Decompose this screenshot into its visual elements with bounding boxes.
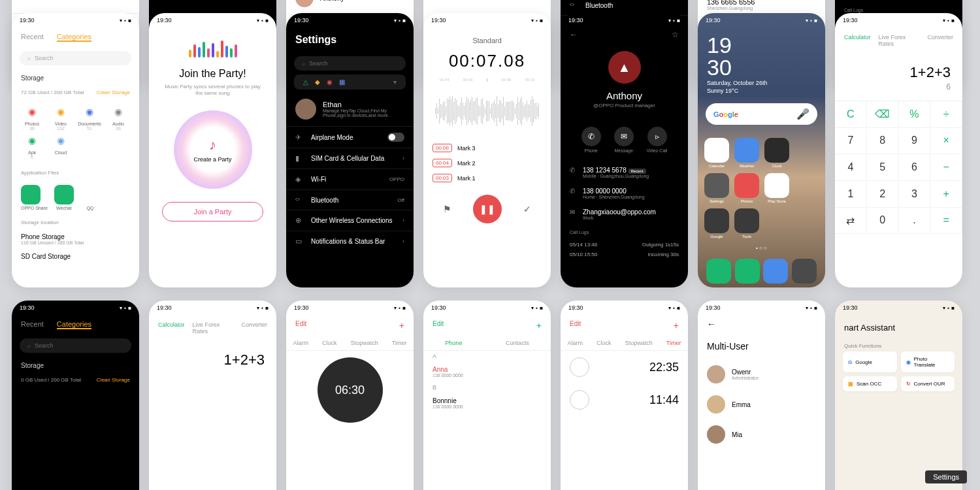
category-documents[interactable]: ◉Documents51 (76, 103, 103, 131)
app-weather[interactable]: Weather (734, 138, 759, 168)
action-phone[interactable]: ✆Phone (581, 127, 601, 153)
calc-key-5[interactable]: 5 (867, 154, 899, 181)
tab-alarm[interactable]: Alarm (568, 340, 583, 346)
dock-app[interactable] (763, 259, 788, 284)
category-audio[interactable]: ◉Audio38 (105, 103, 132, 131)
tab-converter[interactable]: Converter (927, 34, 953, 47)
clean-storage[interactable]: Clean Storage (97, 90, 130, 95)
calc-key-7[interactable]: 7 (835, 128, 867, 155)
settings-pill[interactable]: Settings (925, 470, 967, 483)
edit-button[interactable]: Edit (433, 320, 444, 331)
calc-key-+[interactable]: + (930, 181, 962, 208)
pause-button[interactable]: ❚❚ (473, 195, 502, 223)
setting-notifications---status-bar[interactable]: ▭Notifications & Status Bar› (286, 231, 414, 252)
app-qq[interactable]: QQ (80, 185, 100, 210)
app-tools[interactable]: Tools (734, 208, 759, 238)
calc-key-=[interactable]: = (930, 208, 962, 235)
setting-other-wireless-connections[interactable]: ⊕Other Wireless Connections› (286, 210, 414, 231)
tab-recent[interactable]: Recent (21, 320, 44, 329)
toggle[interactable] (387, 133, 404, 142)
phone-row[interactable]: ✆138 1234 5678 RecentMobile · Guangzhou,… (561, 162, 688, 183)
flag-button[interactable]: ⚑ (443, 204, 451, 214)
user-row[interactable]: Emma (698, 389, 825, 419)
setting-airplane-mode[interactable]: ✈Airplane Mode (286, 126, 414, 148)
category-video[interactable]: ◉Video132 (47, 103, 74, 131)
contact-item[interactable]: Anna138 0000 0000 (423, 361, 551, 382)
google-search[interactable]: Google🎤 (706, 103, 817, 125)
setting-wi-fi[interactable]: ◈Wi-FiOPPO (286, 169, 414, 189)
app-google[interactable]: Google (704, 208, 729, 238)
user-row[interactable]: Mia (698, 419, 825, 449)
clean-storage[interactable]: Clean Storage (97, 377, 130, 383)
calc-key-C[interactable]: C (835, 101, 867, 128)
tab-calculator[interactable]: Calculator (844, 34, 871, 47)
calc-key-.[interactable]: . (899, 208, 931, 235)
calc-key-1[interactable]: 1 (835, 181, 867, 208)
calc-key-3[interactable]: 3 (899, 181, 931, 208)
mic-icon[interactable]: 🎤 (796, 108, 809, 120)
profile-row[interactable]: EthanManage HeyTap Cloud,Find My Phone,s… (286, 92, 414, 126)
calc-key-−[interactable]: − (930, 154, 962, 181)
search-input[interactable]: ⌕Search (20, 51, 131, 65)
email-row[interactable]: ✉Zhangxiaoou@oppo.comWork (561, 204, 688, 225)
quick-icons[interactable]: △◆◉▦▾ (294, 74, 406, 90)
clock-row[interactable]: 22:35 (561, 351, 688, 384)
tab-stopwatch[interactable]: Stopwatch (351, 340, 378, 346)
tab-forex[interactable]: Live Forex Rates (879, 34, 920, 47)
setting-bluetooth[interactable]: ⌔BluetoothOff (286, 189, 414, 210)
app-calendar[interactable]: Calendar (704, 138, 729, 168)
action-video-call[interactable]: ▹Video Call (647, 127, 668, 153)
tab-categories[interactable]: Categories (57, 320, 91, 329)
tab-phone[interactable]: Phone (445, 340, 462, 346)
category-apk[interactable]: ◉Apk6 (18, 132, 46, 159)
app-play-store[interactable]: Play Store (764, 173, 789, 203)
dock-app[interactable] (735, 259, 760, 284)
tab-stopwatch[interactable]: Stopwatch (625, 340, 653, 346)
add-button[interactable]: + (399, 320, 404, 331)
tab-forex[interactable]: Live Forex Rates (193, 321, 234, 335)
dock-app[interactable] (792, 259, 817, 284)
tab-categories[interactable]: Categories (57, 33, 91, 42)
tab-timer[interactable]: Timer (392, 340, 407, 346)
calc-key-0[interactable]: 0 (867, 208, 899, 235)
phone-row[interactable]: ✆138 0000 0000 Home · Shenzhen,Guangdong (561, 183, 688, 204)
back-button[interactable]: ← (698, 315, 825, 333)
calc-key-%[interactable]: % (899, 101, 931, 128)
mark-row[interactable]: 00:04Mark 2 (423, 155, 551, 171)
mark-row[interactable]: 00:06Mark 3 (423, 140, 551, 155)
add-button[interactable]: + (536, 320, 542, 331)
phone-storage[interactable]: Phone Storage (21, 233, 130, 240)
calc-key-⌫[interactable]: ⌫ (867, 101, 899, 128)
quick-photo-translate[interactable]: ◉Photo Translate (901, 351, 955, 372)
done-button[interactable]: ✓ (523, 204, 531, 214)
tab-clock[interactable]: Clock (322, 340, 337, 346)
tab-clock[interactable]: Clock (596, 340, 612, 346)
mark-row[interactable]: 00:03Mark 1 (423, 171, 551, 186)
calc-key-⇄[interactable]: ⇄ (835, 208, 867, 235)
tab-recent[interactable]: Recent (21, 33, 44, 42)
create-party-button[interactable]: ♪Create a Party (174, 110, 252, 189)
tab-conv[interactable]: Converter (241, 321, 267, 335)
star-button[interactable]: ☆ (672, 30, 679, 39)
join-party-button[interactable]: Join a Party (162, 202, 263, 221)
edit-button[interactable]: Edit (570, 320, 581, 331)
user-row[interactable]: OwenrAdministrator (698, 359, 825, 389)
calc-key-9[interactable]: 9 (899, 128, 931, 155)
sd-storage[interactable]: SD Card Storage (12, 248, 139, 265)
quick-scan-occ[interactable]: ▦Scan OCC (843, 376, 897, 391)
add-button[interactable]: + (674, 320, 679, 331)
tab-timer[interactable]: Timer (666, 340, 681, 346)
clock-row[interactable]: 11:44 (561, 384, 688, 416)
setting-sim-card---cellular-data[interactable]: ▮SIM Card & Cellular Data› (286, 148, 414, 169)
tab-alarm[interactable]: Alarm (293, 340, 309, 346)
app-oppo-share[interactable]: OPPO Share (21, 185, 48, 210)
calc-key-6[interactable]: 6 (899, 154, 931, 181)
category-cloud[interactable]: ◉Cloud (47, 132, 74, 159)
contact-item[interactable]: Bonnnie138 0000 0000 (423, 393, 551, 414)
app-photos[interactable]: Photos (734, 173, 759, 203)
calc-key-2[interactable]: 2 (867, 181, 899, 208)
calc-key-÷[interactable]: ÷ (930, 101, 962, 128)
search-input[interactable]: ⌕Search (20, 338, 131, 353)
category-photos[interactable]: ◉Photos38 (18, 103, 46, 131)
calc-key-4[interactable]: 4 (835, 154, 867, 181)
